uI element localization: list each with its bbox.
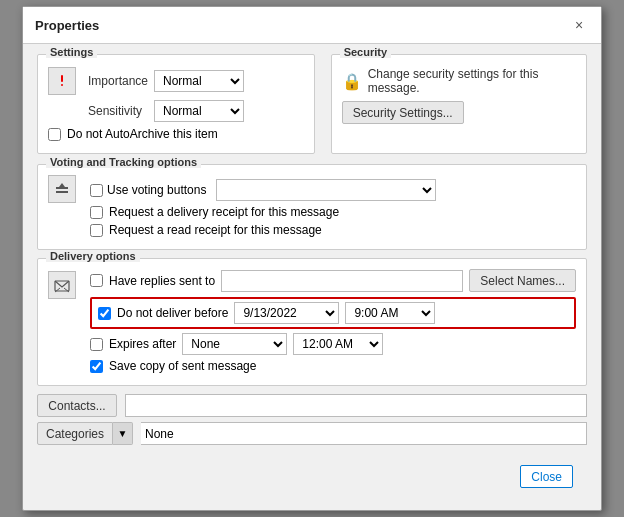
dialog-footer: Close [37, 461, 587, 498]
importance-row: Importance Normal Low High [48, 67, 304, 95]
sensitivity-row: Sensitivity Normal Personal Private Conf… [48, 100, 304, 122]
delivery-inner: Have replies sent to Select Names... Do … [48, 269, 576, 377]
delivery-icon [48, 271, 76, 299]
have-replies-label: Have replies sent to [109, 274, 215, 288]
select-names-button[interactable]: Select Names... [469, 269, 576, 292]
properties-dialog: Properties × Settings Importance Normal … [22, 6, 602, 511]
svg-rect-3 [56, 191, 68, 193]
voting-inner: Use voting buttons Approve;Reject Yes;No… [48, 175, 576, 241]
svg-rect-2 [56, 187, 68, 189]
settings-section-title: Settings [46, 46, 97, 58]
do-not-deliver-date-select[interactable]: 9/13/2022 [234, 302, 339, 324]
importance-select[interactable]: Normal Low High [154, 70, 244, 92]
use-voting-checkbox[interactable] [90, 184, 103, 197]
top-section-group: Settings Importance Normal Low High Sens… [37, 54, 587, 154]
security-section: Security 🔒 Change security settings for … [331, 54, 587, 154]
read-receipt-label: Request a read receipt for this message [109, 223, 322, 237]
voting-section-title: Voting and Tracking options [46, 156, 201, 168]
autoarchive-checkbox[interactable] [48, 128, 61, 141]
dialog-close-button[interactable]: × [569, 15, 589, 35]
bottom-fields: Contacts... Categories ▼ [37, 394, 587, 453]
save-copy-label: Save copy of sent message [109, 359, 256, 373]
importance-label: Importance [88, 74, 148, 88]
categories-button[interactable]: Categories [37, 422, 113, 445]
do-not-deliver-row: Do not deliver before 9/13/2022 9:00 AM … [90, 297, 576, 329]
delivery-section: Delivery options Have replies sent to Se… [37, 258, 587, 386]
expires-after-row: Expires after None 12:00 AM [90, 333, 576, 355]
dialog-body: Settings Importance Normal Low High Sens… [23, 44, 601, 510]
save-copy-row: Save copy of sent message [90, 359, 576, 373]
security-btn-row: Security Settings... [342, 101, 576, 124]
delivery-receipt-row: Request a delivery receipt for this mess… [90, 205, 576, 219]
expires-after-checkbox[interactable] [90, 338, 103, 351]
contacts-row: Contacts... [37, 394, 587, 417]
voting-icon [48, 175, 76, 203]
use-voting-row: Use voting buttons Approve;Reject Yes;No… [90, 179, 576, 201]
categories-input[interactable] [141, 422, 587, 445]
autoarchive-label: Do not AutoArchive this item [67, 127, 218, 141]
delivery-receipt-label: Request a delivery receipt for this mess… [109, 205, 339, 219]
delivery-receipt-checkbox[interactable] [90, 206, 103, 219]
security-settings-button[interactable]: Security Settings... [342, 101, 464, 124]
contacts-button[interactable]: Contacts... [37, 394, 117, 417]
expires-date-select[interactable]: None [182, 333, 287, 355]
use-voting-label: Use voting buttons [107, 183, 206, 197]
sensitivity-select[interactable]: Normal Personal Private Confidential [154, 100, 244, 122]
read-receipt-row: Request a read receipt for this message [90, 223, 576, 237]
expires-time-select[interactable]: 12:00 AM [293, 333, 383, 355]
do-not-deliver-checkbox[interactable] [98, 307, 111, 320]
security-section-title: Security [340, 46, 391, 58]
close-button[interactable]: Close [520, 465, 573, 488]
security-change-text: Change security settings for this messag… [368, 67, 576, 95]
have-replies-row: Have replies sent to Select Names... [90, 269, 576, 292]
voting-checkboxes: Use voting buttons Approve;Reject Yes;No… [90, 175, 576, 241]
security-lock-icon: 🔒 [342, 72, 362, 91]
contacts-input[interactable] [125, 394, 587, 417]
delivery-icon-col [48, 269, 82, 299]
do-not-deliver-label: Do not deliver before [117, 306, 228, 320]
svg-marker-4 [59, 183, 65, 187]
expires-after-label: Expires after [109, 337, 176, 351]
title-bar: Properties × [23, 7, 601, 44]
delivery-section-title: Delivery options [46, 250, 140, 262]
do-not-deliver-time-select[interactable]: 9:00 AM 12:00 AM [345, 302, 435, 324]
settings-section: Settings Importance Normal Low High Sens… [37, 54, 315, 154]
have-replies-input[interactable] [221, 270, 463, 292]
save-copy-checkbox[interactable] [90, 360, 103, 373]
autoarchive-row: Do not AutoArchive this item [48, 127, 304, 141]
dialog-title: Properties [35, 18, 99, 33]
importance-icon [48, 67, 76, 95]
voting-section: Voting and Tracking options Use voting b… [37, 164, 587, 250]
read-receipt-checkbox[interactable] [90, 224, 103, 237]
voting-buttons-select[interactable]: Approve;Reject Yes;No Yes;No;Maybe [216, 179, 436, 201]
sensitivity-label: Sensitivity [88, 104, 148, 118]
security-text-row: 🔒 Change security settings for this mess… [342, 67, 576, 95]
have-replies-checkbox[interactable] [90, 274, 103, 287]
svg-rect-1 [61, 84, 63, 86]
categories-row: Categories ▼ [37, 422, 587, 445]
delivery-fields: Have replies sent to Select Names... Do … [90, 269, 576, 377]
categories-arrow-button[interactable]: ▼ [113, 422, 133, 445]
svg-rect-0 [61, 75, 63, 82]
